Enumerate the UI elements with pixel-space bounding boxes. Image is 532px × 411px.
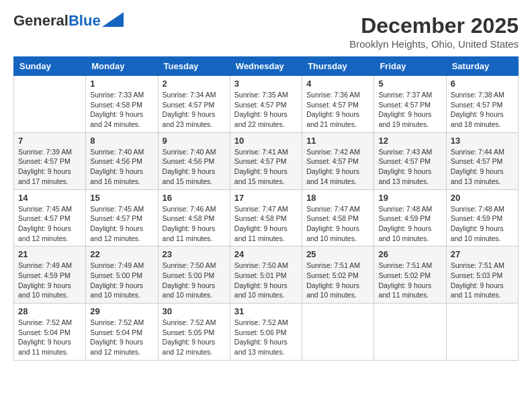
day-info: Sunrise: 7:52 AMSunset: 5:04 PMDaylight:… bbox=[18, 318, 81, 357]
calendar-week-row: 14Sunrise: 7:45 AMSunset: 4:57 PMDayligh… bbox=[14, 189, 519, 246]
day-number: 24 bbox=[234, 249, 298, 259]
day-number: 14 bbox=[18, 193, 81, 203]
day-number: 11 bbox=[306, 136, 369, 146]
header-thursday: Thursday bbox=[302, 57, 374, 76]
day-number: 20 bbox=[451, 193, 514, 203]
day-info: Sunrise: 7:50 AMSunset: 5:00 PMDaylight:… bbox=[163, 261, 226, 300]
day-info: Sunrise: 7:43 AMSunset: 4:57 PMDaylight:… bbox=[378, 147, 441, 187]
day-info: Sunrise: 7:38 AMSunset: 4:57 PMDaylight:… bbox=[451, 90, 514, 130]
day-number: 16 bbox=[163, 193, 226, 203]
calendar-cell: 3Sunrise: 7:35 AMSunset: 4:57 PMDaylight… bbox=[230, 76, 302, 133]
day-info: Sunrise: 7:51 AMSunset: 5:02 PMDaylight:… bbox=[306, 261, 369, 300]
day-number: 29 bbox=[90, 306, 153, 316]
day-info: Sunrise: 7:33 AMSunset: 4:58 PMDaylight:… bbox=[90, 90, 153, 130]
day-number: 6 bbox=[451, 79, 514, 89]
day-info: Sunrise: 7:47 AMSunset: 4:58 PMDaylight:… bbox=[306, 204, 369, 244]
day-info: Sunrise: 7:36 AMSunset: 4:57 PMDaylight:… bbox=[306, 90, 369, 130]
location: Brooklyn Heights, Ohio, United States bbox=[349, 38, 519, 50]
day-info: Sunrise: 7:40 AMSunset: 4:56 PMDaylight:… bbox=[90, 147, 153, 187]
day-number: 18 bbox=[306, 193, 369, 203]
calendar-cell: 5Sunrise: 7:37 AMSunset: 4:57 PMDaylight… bbox=[374, 76, 446, 133]
calendar-cell: 19Sunrise: 7:48 AMSunset: 4:59 PMDayligh… bbox=[374, 189, 446, 246]
day-number: 28 bbox=[18, 306, 81, 316]
day-info: Sunrise: 7:49 AMSunset: 5:00 PMDaylight:… bbox=[90, 261, 153, 300]
day-info: Sunrise: 7:45 AMSunset: 4:57 PMDaylight:… bbox=[90, 204, 153, 244]
calendar-cell: 29Sunrise: 7:52 AMSunset: 5:04 PMDayligh… bbox=[86, 304, 158, 361]
day-info: Sunrise: 7:41 AMSunset: 4:57 PMDaylight:… bbox=[234, 147, 298, 187]
day-number: 26 bbox=[378, 249, 441, 259]
logo-blue: Blue bbox=[69, 12, 101, 29]
day-number: 4 bbox=[306, 79, 369, 89]
day-info: Sunrise: 7:35 AMSunset: 4:57 PMDaylight:… bbox=[234, 90, 298, 130]
title-section: December 2025 Brooklyn Heights, Ohio, Un… bbox=[349, 13, 519, 50]
calendar-week-row: 28Sunrise: 7:52 AMSunset: 5:04 PMDayligh… bbox=[14, 304, 519, 361]
logo-text: GeneralBlue bbox=[13, 13, 101, 28]
calendar-cell: 23Sunrise: 7:50 AMSunset: 5:00 PMDayligh… bbox=[158, 246, 230, 304]
calendar-cell: 28Sunrise: 7:52 AMSunset: 5:04 PMDayligh… bbox=[14, 304, 86, 361]
calendar-cell: 21Sunrise: 7:49 AMSunset: 4:59 PMDayligh… bbox=[14, 246, 86, 304]
calendar-cell bbox=[14, 76, 86, 133]
calendar-cell bbox=[374, 304, 446, 361]
calendar-cell: 1Sunrise: 7:33 AMSunset: 4:58 PMDaylight… bbox=[86, 76, 158, 133]
calendar-cell: 12Sunrise: 7:43 AMSunset: 4:57 PMDayligh… bbox=[374, 132, 446, 189]
calendar-cell: 26Sunrise: 7:51 AMSunset: 5:02 PMDayligh… bbox=[374, 246, 446, 304]
day-number: 22 bbox=[90, 249, 153, 259]
header-saturday: Saturday bbox=[446, 57, 518, 76]
header-friday: Friday bbox=[374, 57, 446, 76]
day-number: 27 bbox=[451, 249, 514, 259]
day-info: Sunrise: 7:50 AMSunset: 5:01 PMDaylight:… bbox=[234, 261, 298, 300]
calendar-cell: 6Sunrise: 7:38 AMSunset: 4:57 PMDaylight… bbox=[446, 76, 518, 133]
day-info: Sunrise: 7:45 AMSunset: 4:57 PMDaylight:… bbox=[18, 204, 81, 244]
calendar-week-row: 21Sunrise: 7:49 AMSunset: 4:59 PMDayligh… bbox=[14, 246, 519, 304]
day-number: 7 bbox=[18, 136, 81, 146]
calendar-cell: 17Sunrise: 7:47 AMSunset: 4:58 PMDayligh… bbox=[230, 189, 302, 246]
calendar-cell: 9Sunrise: 7:40 AMSunset: 4:56 PMDaylight… bbox=[158, 132, 230, 189]
calendar-week-row: 1Sunrise: 7:33 AMSunset: 4:58 PMDaylight… bbox=[14, 76, 519, 133]
day-number: 15 bbox=[90, 193, 153, 203]
calendar-cell: 20Sunrise: 7:48 AMSunset: 4:59 PMDayligh… bbox=[446, 189, 518, 246]
day-number: 13 bbox=[451, 136, 514, 146]
calendar-cell: 4Sunrise: 7:36 AMSunset: 4:57 PMDaylight… bbox=[302, 76, 374, 133]
day-number: 8 bbox=[90, 136, 153, 146]
page-header: GeneralBlue December 2025 Brooklyn Heigh… bbox=[13, 13, 519, 50]
calendar-cell: 11Sunrise: 7:42 AMSunset: 4:57 PMDayligh… bbox=[302, 132, 374, 189]
calendar-cell: 31Sunrise: 7:52 AMSunset: 5:06 PMDayligh… bbox=[230, 304, 302, 361]
day-number: 23 bbox=[163, 249, 226, 259]
logo: GeneralBlue bbox=[13, 13, 124, 28]
calendar-cell: 8Sunrise: 7:40 AMSunset: 4:56 PMDaylight… bbox=[86, 132, 158, 189]
day-number: 21 bbox=[18, 249, 81, 259]
day-number: 19 bbox=[378, 193, 441, 203]
calendar-cell: 27Sunrise: 7:51 AMSunset: 5:03 PMDayligh… bbox=[446, 246, 518, 304]
header-sunday: Sunday bbox=[14, 57, 86, 76]
calendar-week-row: 7Sunrise: 7:39 AMSunset: 4:57 PMDaylight… bbox=[14, 132, 519, 189]
day-info: Sunrise: 7:42 AMSunset: 4:57 PMDaylight:… bbox=[306, 147, 369, 187]
day-number: 1 bbox=[90, 79, 153, 89]
day-number: 2 bbox=[163, 79, 226, 89]
weekday-header-row: Sunday Monday Tuesday Wednesday Thursday… bbox=[14, 57, 519, 76]
calendar-cell: 18Sunrise: 7:47 AMSunset: 4:58 PMDayligh… bbox=[302, 189, 374, 246]
calendar-cell: 14Sunrise: 7:45 AMSunset: 4:57 PMDayligh… bbox=[14, 189, 86, 246]
calendar-table: Sunday Monday Tuesday Wednesday Thursday… bbox=[13, 56, 519, 361]
day-info: Sunrise: 7:44 AMSunset: 4:57 PMDaylight:… bbox=[451, 147, 514, 187]
day-info: Sunrise: 7:48 AMSunset: 4:59 PMDaylight:… bbox=[378, 204, 441, 244]
day-number: 12 bbox=[378, 136, 441, 146]
header-monday: Monday bbox=[86, 57, 158, 76]
day-number: 9 bbox=[163, 136, 226, 146]
day-info: Sunrise: 7:52 AMSunset: 5:04 PMDaylight:… bbox=[90, 318, 153, 357]
calendar-cell: 13Sunrise: 7:44 AMSunset: 4:57 PMDayligh… bbox=[446, 132, 518, 189]
calendar-cell: 16Sunrise: 7:46 AMSunset: 4:58 PMDayligh… bbox=[158, 189, 230, 246]
calendar-cell bbox=[446, 304, 518, 361]
calendar-cell: 30Sunrise: 7:52 AMSunset: 5:05 PMDayligh… bbox=[158, 304, 230, 361]
day-info: Sunrise: 7:46 AMSunset: 4:58 PMDaylight:… bbox=[163, 204, 226, 244]
header-wednesday: Wednesday bbox=[230, 57, 302, 76]
day-info: Sunrise: 7:37 AMSunset: 4:57 PMDaylight:… bbox=[378, 90, 441, 130]
calendar-cell: 10Sunrise: 7:41 AMSunset: 4:57 PMDayligh… bbox=[230, 132, 302, 189]
day-info: Sunrise: 7:49 AMSunset: 4:59 PMDaylight:… bbox=[18, 261, 81, 300]
calendar-cell bbox=[302, 304, 374, 361]
calendar-cell: 25Sunrise: 7:51 AMSunset: 5:02 PMDayligh… bbox=[302, 246, 374, 304]
day-info: Sunrise: 7:34 AMSunset: 4:57 PMDaylight:… bbox=[163, 90, 226, 130]
calendar-cell: 22Sunrise: 7:49 AMSunset: 5:00 PMDayligh… bbox=[86, 246, 158, 304]
day-info: Sunrise: 7:52 AMSunset: 5:06 PMDaylight:… bbox=[234, 318, 298, 357]
day-info: Sunrise: 7:47 AMSunset: 4:58 PMDaylight:… bbox=[234, 204, 298, 244]
day-number: 3 bbox=[234, 79, 298, 89]
